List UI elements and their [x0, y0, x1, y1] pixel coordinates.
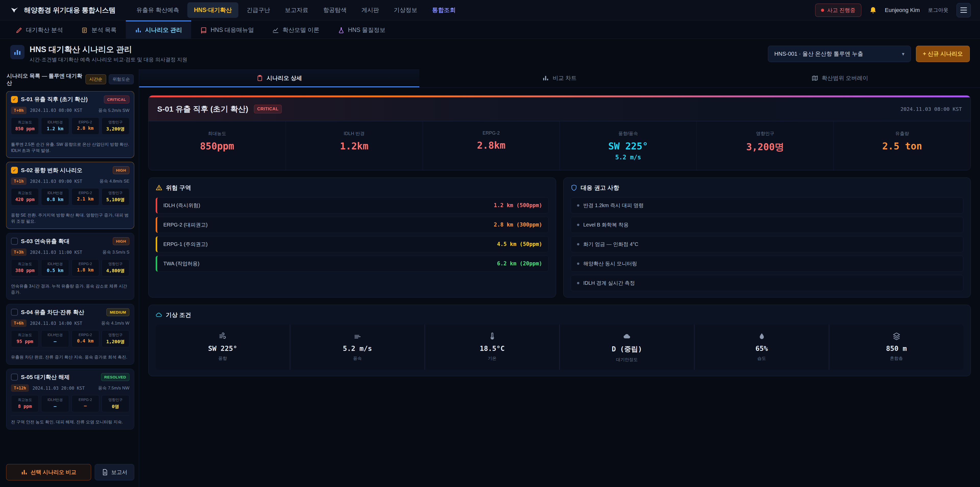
notification-bell-button[interactable]: [868, 5, 878, 15]
recommendation-item: 화기 엄금 — 인화점 4°C: [571, 236, 964, 252]
incident-status-badge: 사고 진행중: [815, 3, 861, 17]
tab-analysis-list[interactable]: 분석 목록: [72, 21, 126, 38]
scenario-title: S-01 유출 직후 (초기 확산): [21, 96, 88, 103]
page-subtitle: 시간·조건별 대기확산 예측 시나리오 비교·검토 및 대응 의사결정 지원: [30, 56, 187, 63]
risk-zones-panel: 위험 구역 IDLH (즉시위험) 1.2 km (500ppm) ERPG-2…: [148, 177, 556, 297]
compare-scenarios-button[interactable]: 선택 시나리오 비교: [6, 464, 91, 481]
scenario-description: 전 구역 안전 농도 확인. 대피 해제. 잔류 오염 모니터링 지속.: [11, 415, 129, 425]
thermometer-icon: [428, 332, 557, 341]
nav-item-board[interactable]: 게시판: [355, 2, 386, 18]
scenario-datetime: 2024.11.03 11:00 KST: [30, 250, 83, 255]
weather-panel: 기상 조건 SW 225° 풍향 5.2 m/s 풍속: [148, 305, 971, 376]
hamburger-menu-button[interactable]: [956, 3, 971, 18]
cloud-icon: [563, 332, 691, 341]
book-icon: [200, 27, 207, 34]
scenario-description: 풍향 SE 전환. 주거지역 방향 확산 확대. 영향인구 증가, 대피 범위 …: [11, 209, 129, 225]
tab-diffusion-overlay[interactable]: 확산범위 오버레이: [700, 69, 980, 87]
new-scenario-button[interactable]: + 신규 시나리오: [916, 46, 970, 62]
recommendations-panel: 대응 권고 사항 반경 1.2km 즉시 대피 명령 Level B 화학복 착…: [563, 177, 971, 297]
scenario-card-s05[interactable]: S-05 대기확산 해제 RESOLVED T+12h 2024.11.03 2…: [6, 369, 134, 430]
nav-item-weather[interactable]: 기상정보: [387, 2, 424, 18]
report-button[interactable]: 보고서: [95, 464, 134, 481]
scenario-checkbox[interactable]: [11, 167, 18, 174]
weather-title-row: 기상 조건: [156, 311, 963, 319]
app-logo: 해양환경 위기대응 통합시스템: [9, 5, 116, 16]
module-tabbar: 대기확산 분석 분석 목록 시나리오 관리 HNS 대응매뉴얼 확산모델 이론 …: [0, 21, 980, 39]
bullet-icon: [577, 282, 579, 284]
detail-stats-row: 최대농도 850ppm IDLH 반경 1.2km ERPG-2 2.8km: [148, 121, 970, 170]
logout-button[interactable]: 로그아웃: [926, 6, 950, 14]
scenario-detail-panel: S-01 유출 직후 (초기 확산) CRITICAL 2024.11.03 0…: [148, 95, 971, 170]
incident-select[interactable]: HNS-001 · 울산 온산항 톨루엔 누출 ▾: [768, 46, 911, 62]
tab-scenario-detail[interactable]: 시나리오 상세: [139, 69, 419, 87]
risk-zone-row: ERPG-1 (주의권고) 4.5 km (50ppm): [156, 236, 549, 252]
top-nav: 해양환경 위기대응 통합시스템 유출유 확산예측 HNS·대기확산 긴급구난 보…: [0, 0, 980, 21]
risk-zones-title-row: 위험 구역: [156, 184, 549, 192]
scenario-stats: 최고농도380 ppm IDLH반경0.5 km ERPG-21.8 km 영향…: [11, 259, 129, 276]
scenario-description: 톨루엔 2.5톤 순간 유출. SW 풍향으로 온산 산업단지 방향 확산. I…: [11, 138, 129, 154]
scenario-checkbox[interactable]: [11, 96, 18, 103]
wing-logo-icon: [9, 5, 20, 16]
scenario-datetime: 2024.11.03 20:00 KST: [32, 386, 85, 391]
sort-by-time-chip[interactable]: 시간순: [86, 74, 106, 84]
scenario-wind: 풍속 3.5m/s S: [102, 249, 129, 255]
scenario-datetime: 2024.11.03 08:00 KST: [30, 108, 83, 113]
nav-item-hns-diffusion[interactable]: HNS·대기확산: [187, 2, 239, 18]
weather-wind-direction: SW 225° 풍향: [156, 324, 290, 370]
bullet-icon: [577, 262, 579, 265]
nav-item-oil-spill[interactable]: 유출유 확산예측: [130, 2, 186, 18]
scenario-wind: 풍속 5.2m/s SW: [98, 107, 129, 113]
tab-hns-substance-info[interactable]: HNS 물질정보: [329, 21, 395, 38]
warning-icon: [156, 184, 162, 191]
sidebar-footer: 선택 시나리오 비교 보고서: [6, 459, 134, 481]
recommendations-title-row: 대응 권고 사항: [571, 184, 964, 192]
nav-item-rescue[interactable]: 긴급구난: [240, 2, 277, 18]
incident-status-label: 사고 진행중: [827, 6, 856, 14]
sort-by-risk-chip[interactable]: 위험도순: [109, 74, 134, 84]
app-title: 해양환경 위기대응 통합시스템: [24, 6, 116, 15]
tab-hns-manual[interactable]: HNS 대응매뉴얼: [191, 21, 263, 38]
scenario-card-s04[interactable]: S-04 유출 차단·잔류 확산 MEDIUM T+6h 2024.11.03 …: [6, 304, 134, 365]
scenario-checkbox[interactable]: [11, 309, 18, 316]
risk-zone-row: ERPG-2 (대피권고) 2.8 km (300ppm): [156, 217, 549, 233]
nav-item-integrated-search[interactable]: 통합조회: [425, 2, 462, 18]
chevron-down-icon: ▾: [902, 51, 904, 57]
detail-header: S-01 유출 직후 (초기 확산) CRITICAL 2024.11.03 0…: [148, 97, 970, 121]
scenario-meta: T+6h 2024.11.03 14:00 KST 풍속 4.1m/s W: [11, 319, 129, 327]
scenario-checkbox[interactable]: [11, 238, 18, 245]
stat-idlh-radius: IDLH 반경 1.2km: [286, 121, 423, 170]
bar-chart-icon: [135, 27, 142, 34]
flask-icon: [338, 27, 345, 34]
scenario-card-s01[interactable]: S-01 유출 직후 (초기 확산) CRITICAL T+0h 2024.11…: [6, 91, 134, 158]
tab-scenario-management[interactable]: 시나리오 관리: [126, 21, 191, 38]
scenario-datetime: 2024.11.03 09:00 KST: [30, 179, 83, 184]
topnav-right: 사고 진행중 Eunjeong Kim 로그아웃: [815, 3, 971, 18]
page-header-right: HNS-001 · 울산 온산항 톨루엔 누출 ▾ + 신규 시나리오: [768, 46, 970, 62]
scenario-wind: 풍속 4.1m/s W: [101, 320, 129, 326]
scenario-sidebar: 시나리오 목록 — 톨루엔 대기확산 시간순 위험도순 S-01 유출 직후 (…: [0, 69, 139, 487]
recommendation-item: IDLH 경계 실시간 측정: [571, 275, 964, 291]
tab-diffusion-analysis[interactable]: 대기확산 분석: [6, 21, 72, 38]
clipboard-icon: [256, 75, 263, 81]
stat-max-concentration: 최대농도 850ppm: [148, 121, 286, 170]
tab-model-theory[interactable]: 확산모델 이론: [263, 21, 328, 38]
list-icon: [81, 27, 88, 34]
droplet-icon: [697, 332, 826, 341]
scenario-card-s02[interactable]: S-02 풍향 변화 시나리오 HIGH T+1h 2024.11.03 09:…: [6, 162, 134, 229]
scenario-datetime: 2024.11.03 14:00 KST: [30, 321, 83, 326]
tab-compare-chart[interactable]: 비교 차트: [419, 69, 700, 87]
scenario-description: 유출원 차단 완료. 잔류 증기 확산 지속. 풍속 증가로 희석 촉진.: [11, 351, 129, 360]
scenario-checkbox[interactable]: [11, 374, 18, 380]
main-panel: 시나리오 상세 비교 차트 확산범위 오버레이 S-01 유출 직후 (초기 확…: [139, 69, 980, 487]
weather-stability: D (중립) 대기안정도: [560, 324, 694, 370]
scenario-title: S-04 유출 차단·잔류 확산: [21, 308, 84, 316]
risk-and-recommendations: 위험 구역 IDLH (즉시위험) 1.2 km (500ppm) ERPG-2…: [148, 177, 971, 297]
nav-item-reports[interactable]: 보고자료: [278, 2, 315, 18]
nav-item-aerial-search[interactable]: 항공탐색: [317, 2, 353, 18]
scenario-card-s03[interactable]: S-03 연속유출 확대 HIGH T+3h 2024.11.03 11:00 …: [6, 233, 134, 300]
stat-affected-population: 영향인구 3,200명: [697, 121, 834, 170]
time-offset-chip: T+1h: [11, 177, 27, 185]
bullet-icon: [577, 204, 579, 207]
stat-erpg2-radius: ERPG-2 2.8km: [423, 121, 560, 170]
scenario-meta: T+1h 2024.11.03 09:00 KST 풍속 4.8m/s SE: [11, 177, 129, 185]
